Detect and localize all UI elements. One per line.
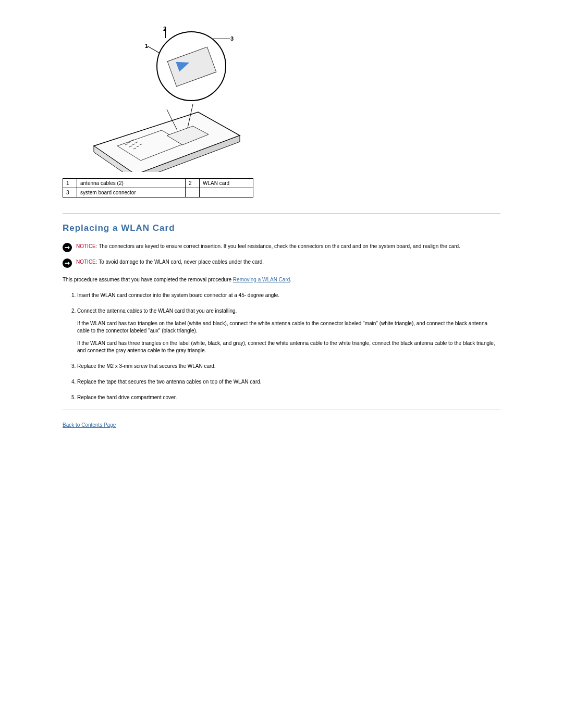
step-text: Replace the tape that secures the two an… [77,379,262,385]
back-to-contents-link[interactable]: Back to Contents Page [63,422,116,428]
table-row: 3 system board connector [63,188,253,198]
divider [63,410,500,410]
removing-wlan-link[interactable]: Removing a WLAN Card [233,277,290,282]
diagram-legend-table: 1 antenna cables (2) 2 WLAN card 3 syste… [63,178,253,198]
notice-text: NOTICE: To avoid damage to the WLAN card… [76,258,264,266]
legend-num [186,188,200,198]
intro-post: . [290,277,291,282]
list-item: Replace the M2 x 3-mm screw that secures… [77,363,500,370]
step-text: Replace the hard drive compartment cover… [77,394,177,400]
step-text: Insert the WLAN card connector into the … [77,292,279,298]
legend-desc: antenna cables (2) [77,179,186,188]
step-text: Replace the M2 x 3-mm screw that secures… [77,363,216,369]
step-text: Connect the antenna cables to the WLAN c… [77,308,237,314]
procedure-steps: Insert the WLAN card connector into the … [63,292,500,401]
legend-num: 1 [63,179,77,188]
notice-body: To avoid damage to the WLAN card, never … [97,259,264,265]
legend-desc: WLAN card [200,179,253,188]
intro-paragraph: This procedure assumes that you have com… [63,276,500,283]
wlan-diagram: 1 2 3 [89,21,250,172]
notice-label: NOTICE: [76,243,97,249]
legend-num: 3 [63,188,77,198]
laptop-underside-illustration [89,83,245,172]
list-item: Insert the WLAN card connector into the … [77,292,500,299]
section-heading: Replacing a WLAN Card [63,223,500,233]
notice-icon: ➞ [63,243,72,252]
step-sub: If the WLAN card has three triangles on … [77,340,500,354]
list-item: Connect the antenna cables to the WLAN c… [77,307,500,354]
diagram-label-3: 3 [230,35,234,42]
list-item: Replace the hard drive compartment cover… [77,394,500,401]
table-row: 1 antenna cables (2) 2 WLAN card [63,179,253,188]
legend-num: 2 [186,179,200,188]
intro-pre: This procedure assumes that you have com… [63,277,233,282]
notice-body: The connectors are keyed to ensure corre… [97,243,460,249]
notice-text: NOTICE: The connectors are keyed to ensu… [76,243,460,250]
notice-label: NOTICE: [76,259,97,265]
list-item: Replace the tape that secures the two an… [77,378,500,386]
divider [63,213,500,214]
notice-icon: ➞ [63,258,72,268]
legend-desc: system board connector [77,188,186,198]
notice-block: ➞ NOTICE: The connectors are keyed to en… [63,243,500,252]
step-sub: If the WLAN card has two triangles on th… [77,320,500,335]
notice-block: ➞ NOTICE: To avoid damage to the WLAN ca… [63,258,500,268]
legend-desc [200,188,253,198]
